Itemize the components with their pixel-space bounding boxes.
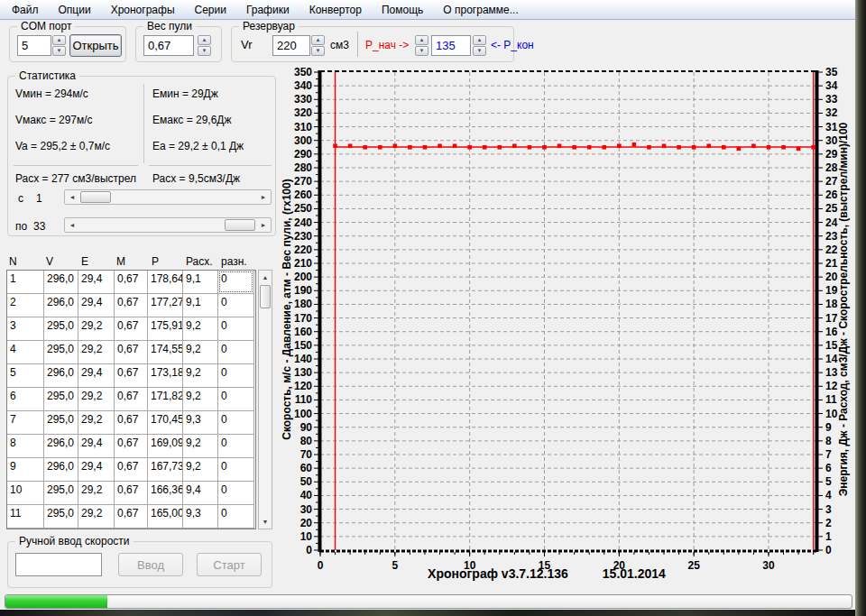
- table-cell[interactable]: 295,0: [44, 505, 78, 529]
- table-cell[interactable]: 296,0: [44, 458, 78, 482]
- table-cell[interactable]: 295,0: [44, 482, 78, 505]
- table-cell[interactable]: 29,2: [78, 388, 115, 411]
- table-cell[interactable]: 0: [218, 294, 254, 317]
- enter-button[interactable]: Ввод: [118, 553, 183, 576]
- range-to-thumb[interactable]: [225, 219, 255, 231]
- table-cell[interactable]: 9: [7, 458, 44, 482]
- table-cell[interactable]: 9,3: [183, 505, 218, 529]
- table-cell[interactable]: 29,4: [78, 435, 115, 458]
- reservoir-volume-input[interactable]: [272, 35, 310, 56]
- table-cell[interactable]: 29,2: [78, 341, 115, 364]
- table-cell[interactable]: 296,0: [44, 271, 78, 294]
- table-cell[interactable]: 11: [7, 505, 44, 529]
- table-cell[interactable]: 6: [7, 388, 44, 411]
- start-button[interactable]: Старт: [197, 553, 262, 576]
- table-cell[interactable]: 9,2: [183, 435, 218, 458]
- table-cell[interactable]: 0: [218, 341, 254, 364]
- table-cell[interactable]: 173,18: [148, 364, 183, 388]
- table-cell[interactable]: 0: [218, 388, 254, 411]
- bullet-weight-input[interactable]: [143, 35, 194, 56]
- bullet-weight-spinner[interactable]: ▲ ▼: [198, 35, 211, 56]
- com-port-spinner[interactable]: ▲ ▼: [52, 35, 66, 56]
- menu-about[interactable]: О программе...: [433, 1, 528, 19]
- scroll-left-icon[interactable]: ◄: [65, 190, 79, 204]
- scroll-right-icon[interactable]: ►: [256, 218, 271, 232]
- table-cell[interactable]: 10: [7, 482, 44, 505]
- spin-up-icon[interactable]: ▲: [52, 35, 66, 45]
- table-cell[interactable]: 0,67: [115, 458, 148, 482]
- table-cell[interactable]: 1: [7, 271, 44, 294]
- table-scrollbar[interactable]: ▲ ▼: [258, 270, 272, 529]
- menu-chronographs[interactable]: Хронографы: [101, 1, 185, 19]
- menu-series[interactable]: Серии: [185, 1, 236, 19]
- spin-up-icon[interactable]: ▲: [415, 35, 428, 45]
- table-cell[interactable]: 29,2: [78, 482, 115, 505]
- table-cell[interactable]: 0,67: [115, 435, 148, 458]
- table-cell[interactable]: 9,2: [183, 458, 218, 482]
- table-cell[interactable]: 171,82: [148, 388, 183, 411]
- open-port-button[interactable]: Открыть: [69, 34, 122, 57]
- table-cell[interactable]: 295,0: [44, 388, 78, 411]
- table-cell[interactable]: 0,67: [115, 271, 148, 294]
- table-cell[interactable]: 295,0: [44, 411, 78, 435]
- table-scroll-thumb[interactable]: [260, 285, 271, 308]
- table-cell[interactable]: 0: [218, 482, 254, 505]
- menu-options[interactable]: Опции: [49, 1, 101, 19]
- table-cell[interactable]: 9,2: [183, 364, 218, 388]
- table-cell[interactable]: 0,67: [115, 294, 148, 317]
- scroll-left-icon[interactable]: ◄: [65, 218, 79, 232]
- table-cell[interactable]: 165,00: [148, 505, 183, 529]
- menu-file[interactable]: Файл: [2, 1, 49, 19]
- table-cell[interactable]: 170,45: [148, 411, 183, 435]
- table-cell[interactable]: 0,67: [115, 317, 148, 341]
- table-cell[interactable]: 29,4: [78, 271, 115, 294]
- table-cell[interactable]: 29,2: [78, 505, 115, 529]
- table-cell[interactable]: 29,2: [78, 317, 115, 341]
- table-cell[interactable]: 0: [218, 271, 254, 294]
- table-cell[interactable]: 9,3: [183, 411, 218, 435]
- p-value-input[interactable]: [431, 35, 471, 56]
- table-cell[interactable]: 177,27: [148, 294, 183, 317]
- table-cell[interactable]: 0: [218, 505, 254, 529]
- range-from-thumb[interactable]: [80, 191, 111, 203]
- range-from-slider[interactable]: ◄ ►: [64, 189, 272, 205]
- table-cell[interactable]: 295,0: [44, 317, 78, 341]
- menu-converter[interactable]: Конвертор: [299, 1, 372, 19]
- spin-up-icon[interactable]: ▲: [198, 35, 211, 45]
- table-cell[interactable]: 0,67: [115, 388, 148, 411]
- table-cell[interactable]: 9,2: [183, 341, 218, 364]
- table-cell[interactable]: 0,67: [115, 364, 148, 388]
- table-cell[interactable]: 9,1: [183, 271, 218, 294]
- range-to-slider[interactable]: ◄ ►: [64, 217, 272, 233]
- table-cell[interactable]: 166,36: [148, 482, 183, 505]
- table-cell[interactable]: 295,0: [44, 341, 78, 364]
- spin-up-icon[interactable]: ▲: [311, 35, 325, 45]
- table-cell[interactable]: 0: [218, 435, 254, 458]
- table-cell[interactable]: 9,1: [183, 294, 218, 317]
- table-cell[interactable]: 0,67: [115, 411, 148, 435]
- spin-down-icon[interactable]: ▼: [473, 46, 486, 56]
- com-port-input[interactable]: [17, 35, 51, 56]
- table-cell[interactable]: 0,67: [115, 505, 148, 529]
- table-cell[interactable]: 0: [218, 317, 254, 341]
- spin-up-icon[interactable]: ▲: [473, 35, 486, 45]
- table-cell[interactable]: 296,0: [44, 435, 78, 458]
- table-cell[interactable]: 0: [218, 364, 254, 388]
- table-cell[interactable]: 0,67: [115, 482, 148, 505]
- scroll-up-icon[interactable]: ▲: [259, 271, 272, 284]
- table-cell[interactable]: 0: [218, 411, 254, 435]
- table-cell[interactable]: 29,2: [78, 411, 115, 435]
- table-cell[interactable]: 167,73: [148, 458, 183, 482]
- menu-help[interactable]: Помощь: [372, 1, 433, 19]
- table-cell[interactable]: 175,91: [148, 317, 183, 341]
- table-cell[interactable]: 9,2: [183, 388, 218, 411]
- scroll-right-icon[interactable]: ►: [256, 190, 271, 204]
- shot-table[interactable]: 1296,029,40,67178,649,102296,029,40,6717…: [6, 270, 256, 529]
- table-cell[interactable]: 29,4: [78, 458, 115, 482]
- reservoir-volume-spinner[interactable]: ▲ ▼: [311, 35, 325, 56]
- table-cell[interactable]: 29,4: [78, 294, 115, 317]
- table-cell[interactable]: 296,0: [44, 364, 78, 388]
- table-cell[interactable]: 8: [7, 435, 44, 458]
- spin-down-icon[interactable]: ▼: [415, 46, 428, 56]
- table-cell[interactable]: 9,4: [183, 482, 218, 505]
